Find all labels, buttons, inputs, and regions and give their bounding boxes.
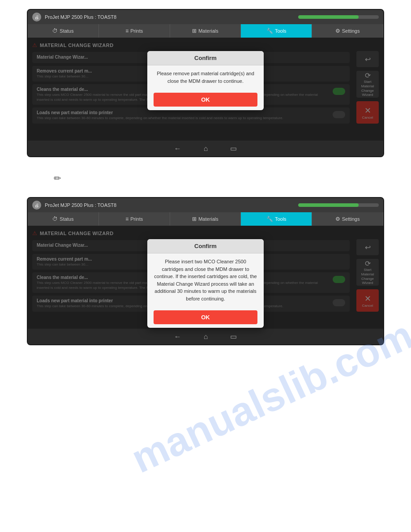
tab-prints-label-1: Prints [130, 28, 143, 34]
recents-nav-btn-1[interactable]: ▭ [230, 144, 237, 153]
back-nav-btn-2[interactable]: ← [174, 333, 181, 341]
header-progress-1 [298, 15, 379, 19]
status-icon-2: ⏱ [52, 216, 58, 222]
content-area-2: ⚠ MATERIAL CHANGE WIZARD Material Change… [28, 226, 383, 329]
tools-icon-1: 🔧 [266, 28, 273, 34]
tab-tools-1[interactable]: 🔧 Tools [241, 24, 312, 38]
modal-box-1: Confirm Please remove part material cart… [147, 51, 264, 110]
header-bar-1: 🖨 ProJet MJP 2500 Plus : TOAST8 [28, 10, 383, 24]
header-progress-2 [298, 203, 379, 207]
content-area-1: ⚠ MATERIAL CHANGE WIZARD Material Change… [28, 38, 383, 141]
device-icon-1: 🖨 [32, 13, 41, 21]
modal-footer-2: OK [147, 307, 264, 328]
tab-materials-2[interactable]: ⊞ Materials [170, 212, 241, 226]
tab-prints-1[interactable]: ≡ Prints [99, 24, 170, 38]
tab-status-1[interactable]: ⏱ Status [28, 24, 99, 38]
tab-status-2[interactable]: ⏱ Status [28, 212, 99, 226]
device-frame-2: 🖨 ProJet MJP 2500 Plus : TOAST8 ⏱ Status… [27, 197, 384, 345]
nav-tabs-2: ⏱ Status ≡ Prints ⊞ Materials 🔧 Tools ⚙ … [28, 212, 383, 226]
edit-icon-area: ✏ [27, 171, 384, 184]
tab-materials-label-2: Materials [198, 216, 218, 222]
materials-icon-1: ⊞ [192, 28, 197, 34]
header-title-1: ProJet MJP 2500 Plus : TOAST8 [45, 14, 295, 20]
modal-box-2: Confirm Please insert two MCO Cleaner 25… [147, 239, 264, 328]
nav-tabs-1: ⏱ Status ≡ Prints ⊞ Materials 🔧 Tools ⚙ … [28, 24, 383, 38]
header-bar-2: 🖨 ProJet MJP 2500 Plus : TOAST8 [28, 198, 383, 212]
ok-button-2[interactable]: OK [154, 310, 257, 324]
tab-settings-label-1: Settings [342, 28, 360, 34]
tab-prints-label-2: Prints [130, 216, 143, 222]
ok-button-1[interactable]: OK [154, 93, 257, 107]
home-nav-btn-2[interactable]: ⌂ [204, 333, 208, 341]
modal-overlay-2: Confirm Please insert two MCO Cleaner 25… [28, 226, 383, 329]
header-title-2: ProJet MJP 2500 Plus : TOAST8 [45, 202, 295, 208]
device-frame-1: 🖨 ProJet MJP 2500 Plus : TOAST8 ⏱ Status… [27, 9, 384, 157]
device-icon-2: 🖨 [32, 201, 41, 210]
prints-icon-1: ≡ [125, 28, 128, 34]
tab-settings-label-2: Settings [342, 216, 360, 222]
tab-materials-1[interactable]: ⊞ Materials [170, 24, 241, 38]
modal-body-1: Please remove part material cartridge(s)… [147, 65, 264, 89]
tab-tools-label-2: Tools [275, 216, 287, 222]
modal-footer-1: OK [147, 89, 264, 110]
tab-tools-label-1: Tools [275, 28, 287, 34]
bottom-nav-2: ← ⌂ ▭ [28, 329, 383, 344]
modal-title-2: Confirm [147, 239, 264, 253]
materials-icon-2: ⊞ [192, 216, 197, 222]
tab-status-label-2: Status [60, 216, 73, 222]
progress-fill-2 [298, 203, 359, 207]
bottom-nav-1: ← ⌂ ▭ [28, 141, 383, 156]
modal-title-1: Confirm [147, 51, 264, 65]
tab-tools-2[interactable]: 🔧 Tools [241, 212, 312, 226]
tab-status-label-1: Status [60, 28, 73, 34]
tab-prints-2[interactable]: ≡ Prints [99, 212, 170, 226]
tab-settings-2[interactable]: ⚙ Settings [312, 212, 383, 226]
prints-icon-2: ≡ [125, 216, 128, 222]
edit-icon: ✏ [54, 173, 61, 183]
settings-icon-1: ⚙ [335, 28, 340, 34]
home-nav-btn-1[interactable]: ⌂ [204, 145, 208, 153]
modal-body-2: Please insert two MCO Cleaner 2500 cartr… [147, 253, 264, 307]
back-nav-btn-1[interactable]: ← [174, 145, 181, 153]
modal-overlay-1: Confirm Please remove part material cart… [28, 38, 383, 141]
status-icon-1: ⏱ [52, 28, 58, 34]
tab-materials-label-1: Materials [198, 28, 218, 34]
tab-settings-1[interactable]: ⚙ Settings [312, 24, 383, 38]
recents-nav-btn-2[interactable]: ▭ [230, 332, 237, 341]
tools-icon-2: 🔧 [266, 216, 273, 222]
settings-icon-2: ⚙ [335, 216, 340, 222]
progress-fill-1 [298, 15, 359, 19]
page-wrapper: 🖨 ProJet MJP 2500 Plus : TOAST8 ⏱ Status… [0, 0, 411, 354]
